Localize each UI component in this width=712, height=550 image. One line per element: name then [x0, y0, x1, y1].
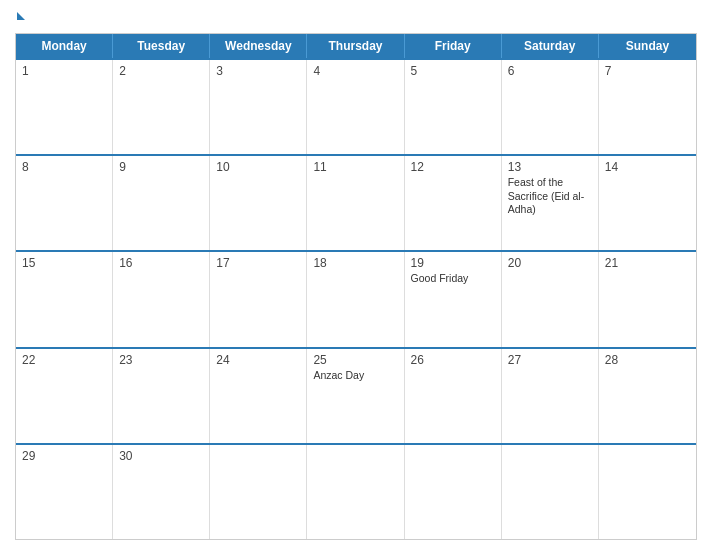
calendar-cell: 30 — [113, 445, 210, 539]
calendar-cell: 21 — [599, 252, 696, 346]
calendar-cell — [405, 445, 502, 539]
day-number: 4 — [313, 64, 397, 78]
day-number: 28 — [605, 353, 690, 367]
calendar-cell: 13Feast of the Sacrifice (Eid al-Adha) — [502, 156, 599, 250]
calendar-cell: 22 — [16, 349, 113, 443]
calendar-cell: 28 — [599, 349, 696, 443]
day-number: 2 — [119, 64, 203, 78]
logo-triangle-icon — [17, 12, 25, 20]
calendar-cell: 26 — [405, 349, 502, 443]
calendar-grid: Monday Tuesday Wednesday Thursday Friday… — [15, 33, 697, 540]
day-number: 5 — [411, 64, 495, 78]
day-number: 10 — [216, 160, 300, 174]
calendar-body: 12345678910111213Feast of the Sacrifice … — [16, 58, 696, 539]
calendar-cell: 11 — [307, 156, 404, 250]
calendar-week-row: 8910111213Feast of the Sacrifice (Eid al… — [16, 154, 696, 250]
day-number: 14 — [605, 160, 690, 174]
header-sunday: Sunday — [599, 34, 696, 58]
day-number: 24 — [216, 353, 300, 367]
header — [15, 10, 697, 25]
calendar-cell: 29 — [16, 445, 113, 539]
day-number: 26 — [411, 353, 495, 367]
day-number: 16 — [119, 256, 203, 270]
day-number: 3 — [216, 64, 300, 78]
calendar-cell: 4 — [307, 60, 404, 154]
calendar-cell: 14 — [599, 156, 696, 250]
header-thursday: Thursday — [307, 34, 404, 58]
header-friday: Friday — [405, 34, 502, 58]
calendar-page: Monday Tuesday Wednesday Thursday Friday… — [0, 0, 712, 550]
day-number: 21 — [605, 256, 690, 270]
calendar-week-row: 1516171819Good Friday2021 — [16, 250, 696, 346]
calendar-cell: 16 — [113, 252, 210, 346]
calendar-cell: 19Good Friday — [405, 252, 502, 346]
day-number: 27 — [508, 353, 592, 367]
header-saturday: Saturday — [502, 34, 599, 58]
day-number: 19 — [411, 256, 495, 270]
header-tuesday: Tuesday — [113, 34, 210, 58]
calendar-cell: 20 — [502, 252, 599, 346]
calendar-cell: 12 — [405, 156, 502, 250]
calendar-cell: 3 — [210, 60, 307, 154]
calendar-cell: 2 — [113, 60, 210, 154]
calendar-cell: 25Anzac Day — [307, 349, 404, 443]
day-number: 1 — [22, 64, 106, 78]
calendar-cell: 6 — [502, 60, 599, 154]
calendar-cell: 9 — [113, 156, 210, 250]
day-number: 7 — [605, 64, 690, 78]
day-number: 23 — [119, 353, 203, 367]
calendar-cell: 17 — [210, 252, 307, 346]
day-number: 17 — [216, 256, 300, 270]
day-number: 22 — [22, 353, 106, 367]
calendar-cell: 18 — [307, 252, 404, 346]
day-number: 9 — [119, 160, 203, 174]
calendar-week-row: 1234567 — [16, 58, 696, 154]
day-number: 29 — [22, 449, 106, 463]
calendar-cell: 7 — [599, 60, 696, 154]
calendar-cell: 5 — [405, 60, 502, 154]
day-number: 6 — [508, 64, 592, 78]
calendar-cell — [307, 445, 404, 539]
calendar-cell — [599, 445, 696, 539]
day-number: 18 — [313, 256, 397, 270]
calendar-cell: 24 — [210, 349, 307, 443]
calendar-cell — [502, 445, 599, 539]
calendar-week-row: 22232425Anzac Day262728 — [16, 347, 696, 443]
day-number: 25 — [313, 353, 397, 367]
calendar-cell: 1 — [16, 60, 113, 154]
calendar-cell — [210, 445, 307, 539]
calendar-cell: 8 — [16, 156, 113, 250]
calendar-cell: 10 — [210, 156, 307, 250]
calendar-cell: 27 — [502, 349, 599, 443]
header-wednesday: Wednesday — [210, 34, 307, 58]
day-number: 30 — [119, 449, 203, 463]
day-number: 11 — [313, 160, 397, 174]
day-number: 20 — [508, 256, 592, 270]
event-label: Good Friday — [411, 272, 495, 286]
day-number: 12 — [411, 160, 495, 174]
calendar-cell: 23 — [113, 349, 210, 443]
calendar-header-row: Monday Tuesday Wednesday Thursday Friday… — [16, 34, 696, 58]
calendar-cell: 15 — [16, 252, 113, 346]
event-label: Anzac Day — [313, 369, 397, 383]
header-monday: Monday — [16, 34, 113, 58]
day-number: 15 — [22, 256, 106, 270]
calendar-week-row: 2930 — [16, 443, 696, 539]
day-number: 13 — [508, 160, 592, 174]
day-number: 8 — [22, 160, 106, 174]
logo — [15, 10, 27, 25]
event-label: Feast of the Sacrifice (Eid al-Adha) — [508, 176, 592, 217]
